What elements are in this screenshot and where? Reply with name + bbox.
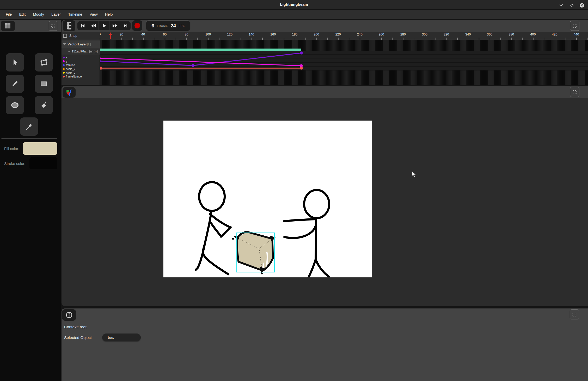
property-row-y[interactable]: y xyxy=(62,59,100,63)
inspector-fullscreen-button[interactable] xyxy=(570,309,579,319)
layer-visibility-button[interactable] xyxy=(89,50,93,53)
menu-modify[interactable]: Modify xyxy=(30,11,47,18)
rectangle-tool-button[interactable] xyxy=(35,75,53,93)
property-row-frameNumber[interactable]: frameNumber xyxy=(62,75,100,79)
property-name: x xyxy=(66,56,67,59)
timeline-ruler[interactable]: 0204060801001201401601802002202402602803… xyxy=(100,32,588,40)
ruler-tick xyxy=(479,38,479,40)
stroke-color-swatch[interactable] xyxy=(29,157,57,169)
divider xyxy=(1,138,57,139)
paint-bucket-icon xyxy=(40,101,48,109)
paint-bucket-tool-button[interactable] xyxy=(35,96,53,114)
shapes-button[interactable] xyxy=(63,87,76,98)
collapse-triangle-icon[interactable] xyxy=(68,51,70,52)
eyedropper-tool-button[interactable] xyxy=(20,117,38,136)
panel-grid-button[interactable] xyxy=(1,21,15,31)
pencil-tool-button[interactable] xyxy=(6,75,24,93)
keyframe-frameNumber[interactable] xyxy=(300,67,303,70)
record-button[interactable] xyxy=(132,20,142,31)
menu-edit[interactable]: Edit xyxy=(16,11,29,18)
ruler-tick xyxy=(381,38,382,40)
layer-child-name: 151ad70a... xyxy=(72,50,88,53)
ruler-tick xyxy=(100,38,100,40)
ruler-tick xyxy=(327,38,328,40)
menu-view[interactable]: View xyxy=(87,11,101,18)
ruler-label: 40 xyxy=(141,33,145,36)
property-row-rotation[interactable]: rotation xyxy=(62,63,100,67)
box-object[interactable] xyxy=(232,232,276,275)
property-row-x[interactable]: x xyxy=(62,56,100,59)
menu-file[interactable]: File xyxy=(3,11,15,18)
ellipse-tool-button[interactable] xyxy=(6,96,24,114)
frame-fps-display: 6 FRAME 24 FPS xyxy=(146,20,190,31)
rewind-button[interactable] xyxy=(88,21,99,30)
layer-duration-bar[interactable] xyxy=(100,49,301,51)
inspector-panel: Context: root Selected Object box xyxy=(62,308,588,381)
ruler-tick xyxy=(305,38,306,40)
fast-forward-button[interactable] xyxy=(109,21,120,30)
collapse-triangle-icon[interactable] xyxy=(63,43,66,45)
snap-checkbox[interactable] xyxy=(63,34,67,38)
property-name: scale_y xyxy=(66,71,75,74)
info-button[interactable] xyxy=(62,309,76,321)
ruler-label: 80 xyxy=(185,33,188,36)
ruler-label: 300 xyxy=(422,33,427,36)
shapes-icon xyxy=(66,89,73,96)
ruler-tick xyxy=(533,38,534,40)
stage[interactable] xyxy=(163,121,372,277)
canvas-header xyxy=(62,86,588,98)
ruler-label: 0 xyxy=(100,33,101,36)
transform-tool-button[interactable] xyxy=(35,53,53,72)
layer-ease-button[interactable]: ~ xyxy=(94,50,98,53)
keyframe-x[interactable] xyxy=(192,64,195,67)
menu-layer[interactable]: Layer xyxy=(48,11,64,18)
property-list: xyrotationscale_xscale_yframeNumber xyxy=(62,56,100,79)
ruler-tick xyxy=(316,38,317,40)
menu-help[interactable]: Help xyxy=(102,11,116,18)
keyframe-x[interactable] xyxy=(300,51,303,55)
close-button[interactable] xyxy=(578,2,585,9)
canvas-fullscreen-button[interactable] xyxy=(570,87,579,97)
keyframe-curves[interactable] xyxy=(100,40,588,85)
frame-value: 6 xyxy=(151,23,154,29)
minimize-button[interactable] xyxy=(558,2,565,9)
tool-panel-fullscreen-button[interactable] xyxy=(49,21,57,31)
select-tool-button[interactable] xyxy=(6,53,24,72)
ruler-tick xyxy=(576,38,577,40)
ruler-tick xyxy=(176,38,176,40)
ruler-tick xyxy=(425,38,425,40)
film-button[interactable] xyxy=(63,20,75,31)
ruler-tick xyxy=(132,38,133,40)
ruler-label: 220 xyxy=(335,33,341,36)
menu-timeline[interactable]: Timeline xyxy=(65,11,85,18)
maximize-button[interactable] xyxy=(568,2,575,9)
frame-caption: FRAME xyxy=(157,24,168,27)
property-color-dot xyxy=(63,60,65,62)
property-row-scale_y[interactable]: scale_y xyxy=(62,71,100,75)
selected-object-field[interactable]: box xyxy=(102,334,141,341)
ruler-tick xyxy=(360,38,360,40)
keyframe-y[interactable] xyxy=(100,56,101,60)
ruler-tick xyxy=(273,38,274,40)
property-name: scale_x xyxy=(66,67,75,70)
layer-child-row[interactable]: 151ad70a... ~ xyxy=(62,48,100,55)
keyframe-frameNumber[interactable] xyxy=(100,67,102,70)
ruler-label: 60 xyxy=(163,33,167,36)
menubar: FileEditModifyLayerTimelineViewHelp xyxy=(0,10,588,19)
ruler-label: 420 xyxy=(552,33,558,36)
fps-value: 24 xyxy=(170,23,176,29)
property-row-scale_x[interactable]: scale_x xyxy=(62,67,100,71)
tool-panel-header xyxy=(0,20,61,32)
skip-end-button[interactable] xyxy=(120,21,131,30)
ruler-label: 400 xyxy=(530,33,536,36)
chevron-down-icon xyxy=(559,4,563,7)
keyframe-x[interactable] xyxy=(100,59,101,63)
fill-color-swatch[interactable] xyxy=(23,142,57,155)
timeline-fullscreen-button[interactable] xyxy=(570,21,579,31)
layer-row-vectorlayer[interactable]: VectorLayer [L] xyxy=(62,40,100,48)
ruler-label: 280 xyxy=(400,33,406,36)
play-button[interactable] xyxy=(99,21,109,30)
ruler-tick xyxy=(490,38,490,40)
skip-start-button[interactable] xyxy=(77,21,88,30)
rectangle-icon xyxy=(40,80,48,88)
